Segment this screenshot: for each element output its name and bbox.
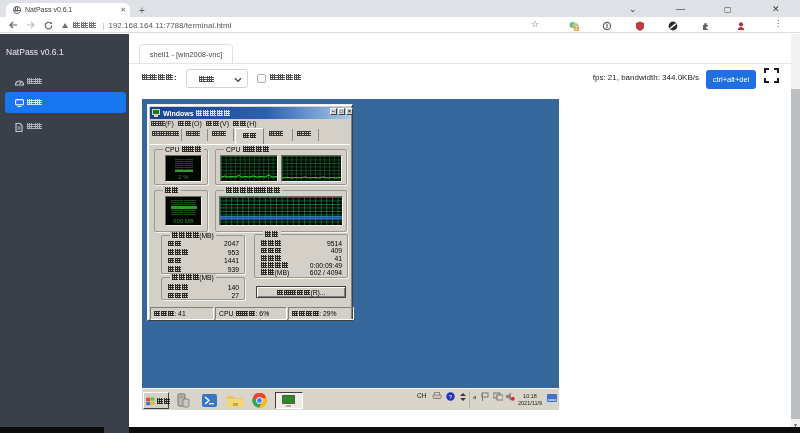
svg-text:2: 2 bbox=[575, 25, 578, 31]
